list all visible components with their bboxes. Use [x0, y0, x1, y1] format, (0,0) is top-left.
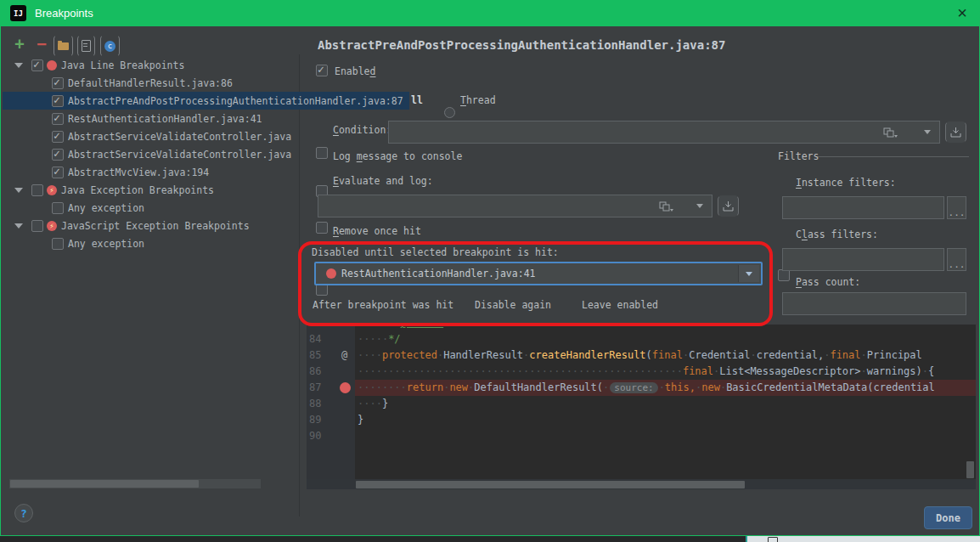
condition-checkbox[interactable]	[316, 147, 328, 159]
group-by-class-toggle[interactable]: c	[100, 35, 120, 57]
annotation-gutter-icon: @	[341, 347, 347, 364]
code-line: 86······································…	[307, 364, 976, 380]
instance-filters-browse-button[interactable]: ...	[947, 196, 966, 219]
log-message-label: Log message to console	[333, 150, 462, 162]
class-filters-input[interactable]	[782, 248, 944, 271]
tree-item-label: AbstractServiceValidateController.java:	[68, 149, 292, 161]
expander-icon[interactable]	[14, 63, 23, 68]
tree-checkbox[interactable]	[52, 202, 64, 214]
evaluate-checkbox[interactable]	[316, 222, 328, 234]
taskbar-light-strip	[747, 536, 980, 542]
expand-evaluate-editor-button[interactable]	[718, 195, 739, 217]
tree-row[interactable]: AbstractPreAndPostProcessingAuthenticati…	[3, 92, 409, 110]
code-preview-editor: 83·····*·@return·the·constructed·handler…	[307, 325, 976, 479]
tree-item-label: RestAuthenticationHandler.java:41	[68, 113, 262, 125]
tree-item-label: DefaultHandlerResult.java:86	[68, 77, 233, 89]
code-line: 84·····*/	[307, 331, 976, 347]
tree-row[interactable]: Any exception	[3, 234, 292, 252]
chevron-down-icon	[746, 272, 752, 276]
tree-row[interactable]: ⚡JavaScript Exception Breakpoints	[3, 217, 292, 234]
enabled-label: Enabled	[335, 65, 375, 77]
tree-row[interactable]: AbstractServiceValidateController.java:	[3, 145, 292, 163]
expander-icon[interactable]	[14, 223, 23, 229]
disabled-until-label: Disabled until selected breakpoint is hi…	[312, 246, 559, 258]
filters-section-rule	[818, 156, 969, 157]
expand-condition-editor-button[interactable]	[945, 121, 966, 143]
tree-item-label: JavaScript Exception Breakpoints	[61, 220, 250, 232]
close-icon[interactable]: ×	[951, 2, 973, 24]
instance-filters-checkbox[interactable]	[778, 269, 790, 281]
tree-checkbox[interactable]	[31, 59, 43, 71]
chevron-down-icon[interactable]	[696, 204, 703, 208]
help-button[interactable]: ?	[14, 504, 33, 522]
line-number: 88	[309, 396, 335, 412]
panel-divider[interactable]	[299, 54, 300, 517]
tree-row[interactable]: RestAuthenticationHandler.java:41	[3, 110, 292, 127]
editor-hscrollbar-thumb[interactable]	[356, 481, 745, 488]
tree-checkbox[interactable]	[52, 238, 64, 250]
condition-input[interactable]	[388, 121, 940, 144]
code-line: 88····}	[307, 396, 976, 412]
dependent-breakpoint-value: RestAuthenticationHandler.java:41	[341, 268, 535, 279]
condition-label: Condition:	[333, 124, 391, 136]
instance-filters-input[interactable]	[782, 196, 944, 219]
file-icon	[82, 40, 91, 52]
history-icon[interactable]	[883, 127, 898, 138]
tree-item-label: AbstractPreAndPostProcessingAuthenticati…	[68, 95, 403, 107]
combobox-arrow-button[interactable]	[738, 265, 759, 282]
breakpoint-dot-icon[interactable]	[340, 382, 351, 393]
suspend-all-label-clipped[interactable]: ll	[411, 94, 423, 106]
group-by-file-toggle[interactable]	[77, 35, 95, 57]
done-button[interactable]: Done	[924, 506, 972, 529]
editor-vscrollbar-thumb[interactable]	[966, 461, 974, 478]
class-filters-browse-button[interactable]: ...	[947, 248, 966, 271]
line-number: 89	[309, 412, 335, 428]
pass-count-input[interactable]	[782, 292, 966, 315]
group-by-package-toggle[interactable]	[54, 35, 73, 57]
pass-count-label: Pass count:	[796, 276, 860, 288]
taskbar-window-icon	[768, 537, 778, 542]
tree-row[interactable]: AbstractMvcView.java:194	[3, 163, 292, 181]
tree-checkbox[interactable]	[52, 167, 64, 178]
tree-item-label: AbstractMvcView.java:194	[68, 167, 209, 178]
dependent-breakpoint-combobox[interactable]: RestAuthenticationHandler.java:41	[314, 262, 763, 285]
tree-checkbox[interactable]	[52, 131, 64, 143]
breakpoint-header-title: AbstractPreAndPostProcessingAuthenticati…	[318, 38, 725, 52]
enabled-checkbox[interactable]	[316, 65, 328, 76]
expand-editor-icon	[950, 127, 961, 138]
suspend-thread-label: Thread	[460, 94, 496, 106]
tree-checkbox[interactable]	[52, 95, 64, 107]
tree-item-label: AbstractServiceValidateController.java:	[68, 131, 292, 143]
tree-row[interactable]: Java Line Breakpoints	[3, 56, 292, 74]
tree-checkbox[interactable]	[31, 220, 43, 232]
tree-checkbox[interactable]	[31, 184, 43, 196]
evaluate-input[interactable]	[318, 195, 712, 217]
breakpoint-icon	[326, 268, 336, 279]
evaluate-label: Evaluate and log:	[333, 175, 433, 187]
code-line: 83·····*·@return·the·constructed·handler…	[307, 325, 976, 331]
expander-icon[interactable]	[14, 188, 23, 193]
remove-breakpoint-button[interactable]: −	[33, 35, 50, 52]
history-icon[interactable]	[659, 201, 674, 212]
exception-breakpoint-icon: ⚡	[47, 185, 57, 195]
tree-row[interactable]: AbstractServiceValidateController.java:	[3, 127, 292, 145]
window-title: Breakpoints	[35, 7, 93, 20]
tree-hscrollbar-thumb[interactable]	[10, 480, 199, 488]
chevron-down-icon[interactable]	[924, 130, 931, 134]
tree-row[interactable]: DefaultHandlerResult.java:86	[3, 74, 292, 92]
editor-hscrollbar-track[interactable]	[307, 479, 976, 489]
tree-checkbox[interactable]	[52, 149, 64, 161]
folder-icon	[58, 42, 69, 50]
code-line: 90	[307, 428, 976, 444]
tree-hscrollbar-track[interactable]	[9, 479, 261, 488]
add-breakpoint-button[interactable]: +	[11, 35, 28, 52]
tree-row[interactable]: Any exception	[3, 199, 292, 217]
breakpoints-dialog: + − c AbstractPreAndPostProcessingAuthen…	[0, 26, 980, 536]
suspend-thread-radio[interactable]	[444, 107, 455, 118]
tree-item-label: Java Line Breakpoints	[61, 59, 184, 71]
line-number: 86	[309, 364, 335, 380]
remove-once-hit-checkbox[interactable]	[316, 284, 328, 296]
tree-checkbox[interactable]	[52, 113, 64, 125]
tree-checkbox[interactable]	[52, 77, 64, 89]
tree-row[interactable]: ⚡Java Exception Breakpoints	[3, 181, 292, 199]
